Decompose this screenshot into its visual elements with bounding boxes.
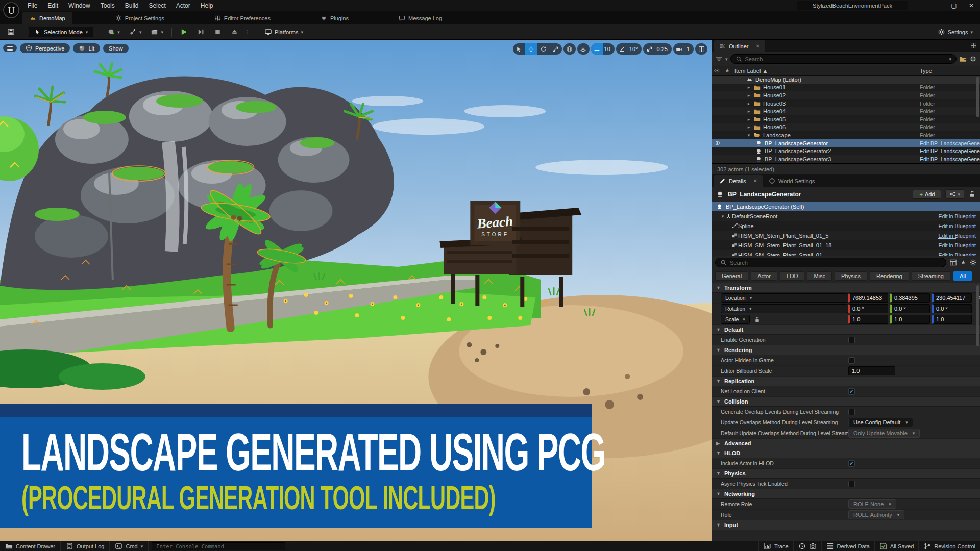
filter-rendering[interactable]: Rendering [870, 271, 909, 281]
derived-data-button[interactable]: Derived Data [821, 541, 874, 551]
camera-speed-value[interactable]: 1 [685, 46, 694, 52]
tab-details[interactable]: Details ✕ [714, 175, 763, 187]
net-load-checkbox[interactable]: ✓ [848, 388, 855, 395]
trace-button[interactable]: Trace [758, 541, 793, 551]
platforms-dropdown[interactable]: Platforms ▾ [261, 27, 306, 37]
edit-blueprint-link[interactable]: Edit BP_LandscapeGenerator [920, 148, 980, 154]
play-options-dots-icon[interactable]: ⋮ [244, 29, 251, 35]
component-row-self[interactable]: BP_LandscapeGenerator (Self) [712, 202, 980, 211]
tab-world-settings[interactable]: World Settings [764, 175, 820, 187]
close-button[interactable]: ✕ [963, 0, 980, 11]
chevron-down-icon[interactable]: ▾ [949, 57, 951, 62]
section-networking[interactable]: ▼Networking [712, 489, 980, 499]
settings-dropdown[interactable]: Settings ▾ [935, 27, 976, 37]
scale-z-field[interactable]: 1.0 [932, 315, 972, 324]
menu-tools[interactable]: Tools [95, 0, 120, 11]
filter-general[interactable]: General [715, 271, 748, 281]
new-folder-icon[interactable] [959, 55, 967, 63]
section-input[interactable]: ▼Input [712, 520, 980, 530]
add-actor-dropdown[interactable]: ▾ [104, 27, 123, 37]
display-options-icon[interactable] [949, 259, 957, 266]
edit-in-blueprint-link[interactable]: Edit in Blueprint [938, 252, 976, 256]
tree-row-bp-landscapegenerator[interactable]: BP_LandscapeGenerator Edit BP_LandscapeG… [712, 139, 980, 147]
scale-dropdown[interactable]: Scale▾ [721, 315, 750, 324]
panel-layout-icon[interactable] [970, 42, 977, 49]
rotation-x-field[interactable]: 0.0 ° [848, 304, 888, 313]
content-drawer-button[interactable]: Content Drawer [0, 541, 61, 551]
section-transform[interactable]: ▼Transform [712, 283, 980, 293]
filter-all[interactable]: All [953, 271, 972, 281]
scale-lock-icon[interactable] [754, 316, 761, 323]
menu-build[interactable]: Build [120, 0, 144, 11]
viewport[interactable]: Beach STORE [0, 40, 712, 541]
revision-control-button[interactable]: Revision Control [918, 541, 980, 551]
grid-snap-toggle[interactable] [591, 43, 603, 55]
close-tab-icon[interactable]: ✕ [756, 43, 760, 49]
tab-project-settings[interactable]: Project Settings [108, 12, 172, 24]
favorites-star-icon[interactable]: ★ [961, 259, 966, 266]
component-row-hism-2[interactable]: HISM_SM_Stem_Plant_Small_01_18 Edit in B… [712, 240, 980, 250]
section-hlod[interactable]: ▼HLOD [712, 448, 980, 458]
chevron-down-icon[interactable]: ▾ [725, 57, 728, 62]
menu-select[interactable]: Select [143, 0, 170, 11]
rotation-snap-toggle[interactable] [616, 43, 628, 55]
tree-row-folder[interactable]: ▸House05 Folder [712, 115, 980, 123]
perspective-dropdown[interactable]: Perspective [20, 43, 70, 53]
tab-editor-preferences[interactable]: Editor Preferences [207, 12, 278, 24]
close-tab-icon[interactable]: ✕ [753, 178, 757, 184]
stop-button[interactable] [211, 27, 225, 37]
expander-icon[interactable]: ▾ [746, 133, 751, 138]
console-command-input[interactable] [156, 543, 281, 549]
tree-row-folder[interactable]: ▸House01 Folder [712, 84, 980, 92]
edit-in-blueprint-link[interactable]: Edit in Blueprint [938, 223, 976, 229]
async-physics-checkbox[interactable] [848, 481, 855, 487]
maximize-button[interactable]: ▢ [945, 0, 963, 11]
expander-icon[interactable]: ▸ [746, 85, 751, 90]
component-row-hism-3-partial[interactable]: HISM_SM_Stem_Plant_Small_01_… Edit in Bl… [712, 250, 980, 256]
menu-window[interactable]: Window [63, 0, 95, 11]
viewport-options-menu[interactable] [3, 44, 17, 52]
filter-misc[interactable]: Misc [807, 271, 832, 281]
rotation-y-field[interactable]: 0.0 ° [890, 304, 930, 313]
screenshot-icon[interactable] [809, 542, 817, 550]
console-command-box[interactable] [152, 542, 285, 550]
surface-snap-button[interactable] [577, 43, 590, 55]
expander-icon[interactable]: ▸ [746, 93, 751, 98]
edit-in-blueprint-link[interactable]: Edit in Blueprint [938, 242, 976, 248]
update-overlaps-dropdown[interactable]: Use Config Default▾ [848, 418, 913, 427]
eject-button[interactable] [228, 27, 241, 37]
component-row-spline[interactable]: Spline Edit in Blueprint [712, 221, 980, 231]
menu-actor[interactable]: Actor [171, 0, 195, 11]
location-dropdown[interactable]: Location▾ [721, 293, 848, 303]
tab-plugins[interactable]: Plugins [313, 12, 356, 24]
expander-icon[interactable]: ▸ [746, 101, 751, 106]
rotate-tool-button[interactable] [537, 43, 550, 55]
section-rendering[interactable]: ▼Rendering [712, 345, 980, 355]
expander-icon[interactable]: ▸ [746, 124, 751, 130]
location-z-field[interactable]: 230.454117 [932, 293, 972, 303]
blueprints-dropdown[interactable]: ▾ [126, 27, 145, 37]
pin-column-star-icon[interactable]: ★ [722, 67, 732, 74]
section-replication[interactable]: ▼Replication [712, 377, 980, 386]
tab-demomap[interactable]: DemoMap [22, 12, 72, 24]
details-search-input[interactable] [730, 260, 941, 266]
scale-tool-button[interactable] [550, 43, 562, 55]
tree-row-folder[interactable]: ▸House03 Folder [712, 99, 980, 108]
scale-snap-value[interactable]: 0.25 [655, 46, 671, 52]
filter-lod[interactable]: LOD [780, 271, 805, 281]
component-row-hism-1[interactable]: HISM_SM_Stem_Plant_Small_01_5 Edit in Bl… [712, 231, 980, 240]
unreal-engine-logo-icon[interactable]: U [2, 1, 20, 19]
location-x-field[interactable]: 7689.14853 [848, 293, 888, 303]
filter-icon[interactable] [715, 55, 723, 63]
tree-row-world[interactable]: DemoMap (Editor) [712, 76, 980, 84]
move-tool-button[interactable] [525, 43, 537, 55]
select-tool-button[interactable] [513, 43, 525, 55]
details-settings-gear-icon[interactable] [969, 259, 977, 266]
cmd-dropdown[interactable]: Cmd ▾ [110, 541, 149, 551]
generate-overlap-checkbox[interactable] [848, 409, 855, 415]
add-component-button[interactable]: +Add [913, 190, 941, 199]
section-physics[interactable]: ▼Physics [712, 469, 980, 479]
camera-speed-button[interactable] [673, 43, 685, 55]
scale-y-field[interactable]: 1.0 [890, 315, 930, 324]
all-saved-button[interactable]: All Saved [874, 541, 918, 551]
